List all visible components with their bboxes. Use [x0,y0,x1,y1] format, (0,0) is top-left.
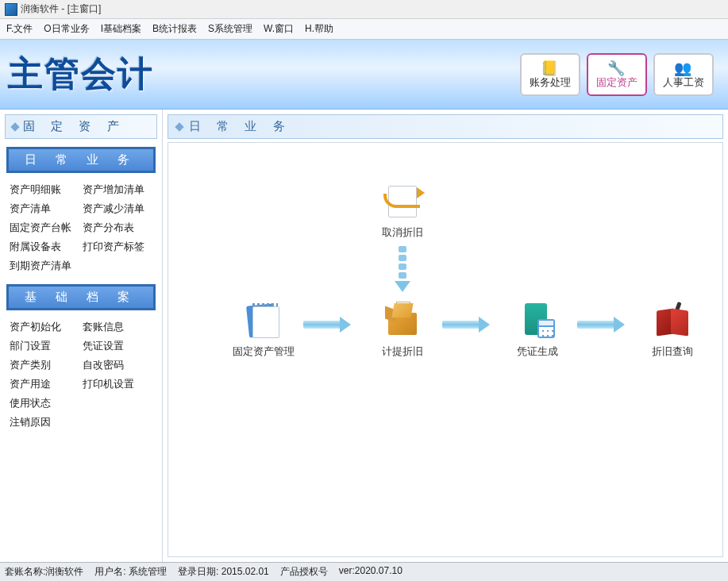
node-label: 计提折旧 [382,344,423,359]
link-asset-category[interactable]: 资产类别 [10,358,79,372]
arrow-right-3 [577,319,625,330]
link-dept-setup[interactable]: 部门设置 [10,339,79,353]
node-query[interactable]: 折旧查询 [637,302,708,359]
content-title: 日 常 业 务 [168,114,723,139]
workflow-canvas: 取消折旧 固定资产管理 计提折旧 [168,142,723,557]
header-btn-label: 账务处理 [530,75,571,90]
menu-base[interactable]: I基础档案 [101,22,141,36]
header-btn-label: 固定资产 [596,75,637,90]
link-asset-usage[interactable]: 资产用途 [10,377,79,391]
sidebar: 固 定 资 产 日 常 业 务 资产明细账 资产增加清单 资产清单 资产减少清单… [0,110,163,562]
link-book-info[interactable]: 套账信息 [83,320,152,334]
notebook-icon [241,302,286,340]
doc-calc-icon [515,302,560,340]
window-title: 润衡软件 - [主窗口] [21,2,101,16]
header-btn-accounting[interactable]: 账务处理 [520,53,580,96]
link-writeoff-reason[interactable]: 注销原因 [10,415,79,429]
header-buttons: 账务处理 固定资产 人事工资 [520,53,714,96]
arrow-right-2 [442,319,490,330]
diamond-icon [10,122,19,131]
link-change-password[interactable]: 自改密码 [83,358,152,372]
link-fixed-asset-ledger[interactable]: 固定资产台帐 [10,221,79,235]
diamond-icon [175,122,183,131]
app-icon [5,3,17,16]
header-btn-fixed-asset[interactable]: 固定资产 [587,53,647,96]
node-voucher[interactable]: 凭证生成 [502,302,573,359]
status-version: ver:2020.07.10 [339,565,403,579]
ledger-icon [541,60,560,74]
title-bar: 润衡软件 - [主窗口] [0,0,728,19]
link-accessory-table[interactable]: 附属设备表 [10,240,79,254]
link-asset-init[interactable]: 资产初始化 [10,320,79,334]
sidebar-panel-title: 固 定 资 产 [5,114,157,139]
node-depreciate[interactable]: 计提折旧 [367,302,438,359]
header-banner: 主管会计 账务处理 固定资产 人事工资 [0,40,728,110]
link-printer-setup[interactable]: 打印机设置 [83,377,152,391]
link-use-status[interactable]: 使用状态 [10,396,79,410]
sidebar-links-base: 资产初始化 套账信息 部门设置 凭证设置 资产类别 自改密码 资产用途 打印机设… [5,317,157,433]
node-label: 取消折旧 [382,225,423,240]
sidebar-section-daily[interactable]: 日 常 业 务 [6,147,156,173]
sidebar-panel-title-text: 固 定 资 产 [23,119,125,134]
status-user: 用户名: 系统管理 [94,565,167,579]
arrow-down [397,246,408,294]
link-due-asset-list[interactable]: 到期资产清单 [10,259,79,273]
sidebar-links-daily: 资产明细账 资产增加清单 资产清单 资产减少清单 固定资产台帐 资产分布表 附属… [5,179,157,276]
link-asset-distribution[interactable]: 资产分布表 [83,221,152,235]
menu-daily[interactable]: O日常业务 [44,22,89,36]
header-btn-hr[interactable]: 人事工资 [653,53,714,96]
status-bar: 套账名称:润衡软件 用户名: 系统管理 登录日期: 2015.02.01 产品授… [0,562,728,581]
status-login-date: 登录日期: 2015.02.01 [178,565,269,579]
header-btn-label: 人事工资 [663,75,704,90]
menu-bar: F.文件 O日常业务 I基础档案 B统计报表 S系统管理 W.窗口 H.帮助 [0,19,728,40]
box-icon [380,302,425,340]
sidebar-section-base[interactable]: 基 础 档 案 [6,284,156,310]
node-label: 凭证生成 [517,344,558,359]
node-label: 固定资产管理 [233,344,295,359]
link-print-asset-label[interactable]: 打印资产标签 [83,240,152,254]
status-license: 产品授权号 [280,565,328,579]
body: 固 定 资 产 日 常 业 务 资产明细账 资产增加清单 资产清单 资产减少清单… [0,110,728,562]
node-fixed-asset-manage[interactable]: 固定资产管理 [228,302,299,359]
cancel-icon [380,183,425,221]
link-empty3 [83,415,152,429]
menu-file[interactable]: F.文件 [6,22,33,36]
wrench-icon [607,60,626,74]
link-empty [83,259,152,273]
menu-window[interactable]: W.窗口 [264,22,294,36]
link-asset-detail[interactable]: 资产明细账 [10,183,79,197]
link-empty2 [83,396,152,410]
link-voucher-setup[interactable]: 凭证设置 [83,339,152,353]
link-asset-reduce-list[interactable]: 资产减少清单 [83,202,152,216]
menu-report[interactable]: B统计报表 [152,22,197,36]
logo-text: 主管会计 [8,51,154,98]
menu-system[interactable]: S系统管理 [208,22,252,36]
people-icon [674,60,693,74]
menu-help[interactable]: H.帮助 [305,22,333,36]
main: 日 常 业 务 取消折旧 固定资产管理 计提折 [163,110,728,562]
node-label: 折旧查询 [652,344,693,359]
node-cancel-depreciation[interactable]: 取消折旧 [367,183,438,240]
book-icon [650,302,695,340]
link-asset-add-list[interactable]: 资产增加清单 [83,183,152,197]
status-account: 套账名称:润衡软件 [5,565,83,579]
link-asset-list[interactable]: 资产清单 [10,202,79,216]
arrow-right-1 [303,319,351,330]
content-title-text: 日 常 业 务 [189,119,291,134]
